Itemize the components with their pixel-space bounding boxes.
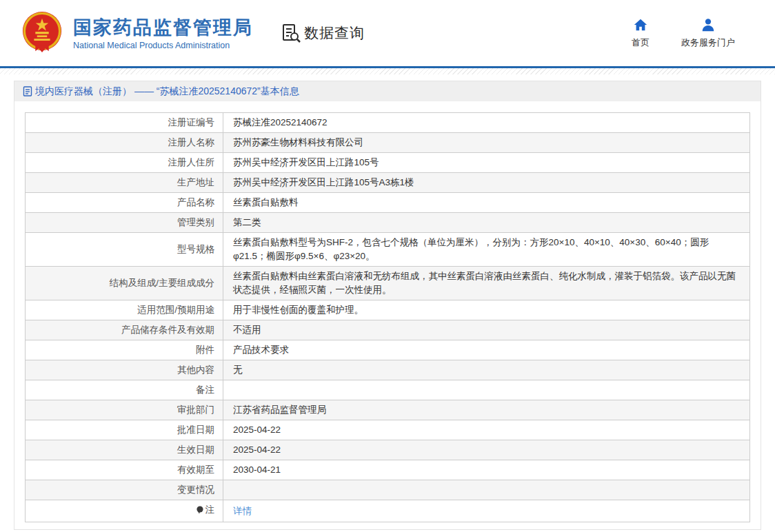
user-icon bbox=[701, 17, 716, 32]
document-icon bbox=[23, 86, 32, 96]
registration-info-table: 注册证编号 苏械注准20252140672 注册人名称 苏州苏豪生物材料科技有限… bbox=[25, 112, 750, 522]
org-name-en: National Medical Products Administration bbox=[73, 41, 253, 50]
bulb-icon bbox=[196, 505, 204, 515]
field-label: 注 bbox=[26, 500, 223, 522]
org-name-cn: 国家药品监督管理局 bbox=[73, 17, 253, 39]
data-query-link[interactable]: 数据查询 bbox=[281, 23, 365, 43]
nav-item-portal[interactable]: 政务服务门户 bbox=[681, 17, 735, 49]
site-header: 国家药品监督管理局 National Medical Products Admi… bbox=[0, 0, 775, 66]
table-row: 产品储存条件及有效期 不适用 bbox=[26, 320, 750, 340]
table-row: 有效期至 2030-04-21 bbox=[26, 460, 750, 480]
field-value: 丝素蛋白贴敷料由丝素蛋白溶液和无纺布组成，其中丝素蛋白溶液由丝素蛋白、纯化水制成… bbox=[223, 267, 750, 300]
table-row: 注册人名称 苏州苏豪生物材料科技有限公司 bbox=[26, 133, 750, 153]
field-label: 产品储存条件及有效期 bbox=[26, 320, 223, 340]
content-container: 境内医疗器械（注册） —— “苏械注准20252140672”基本信息 注册证编… bbox=[14, 81, 761, 530]
hatch-texture-strip bbox=[0, 68, 775, 74]
field-label: 生效日期 bbox=[26, 440, 223, 460]
field-value: 苏州吴中经济开发区田上江路105号 bbox=[223, 153, 750, 173]
field-label: 批准日期 bbox=[26, 420, 223, 440]
field-value: 苏州吴中经济开发区田上江路105号A3栋1楼 bbox=[223, 173, 750, 193]
field-value: 详情 bbox=[223, 500, 750, 522]
table-row: 生效日期 2025-04-22 bbox=[26, 440, 750, 460]
org-titles: 国家药品监督管理局 National Medical Products Admi… bbox=[73, 17, 253, 50]
field-label: 审批部门 bbox=[26, 400, 223, 420]
field-label: 附件 bbox=[26, 340, 223, 360]
table-row: 其他内容 无 bbox=[26, 360, 750, 380]
nav-item-label: 政务服务门户 bbox=[681, 37, 735, 49]
field-value: 用于非慢性创面的覆盖和护理。 bbox=[223, 300, 750, 320]
field-label: 注册人名称 bbox=[26, 133, 223, 153]
document-search-icon bbox=[281, 23, 301, 43]
table-row: 注册证编号 苏械注准20252140672 bbox=[26, 113, 750, 133]
field-label: 有效期至 bbox=[26, 460, 223, 480]
data-query-label: 数据查询 bbox=[304, 23, 365, 43]
table-row: 变更情况 bbox=[26, 480, 750, 500]
field-value: 苏械注准20252140672 bbox=[223, 113, 750, 133]
table-row: 附件 产品技术要求 bbox=[26, 340, 750, 360]
field-value: 丝素蛋白贴敷料 bbox=[223, 193, 750, 213]
field-label: 备注 bbox=[26, 380, 223, 400]
field-label: 结构及组成/主要组成成分 bbox=[26, 267, 223, 300]
breadcrumb: 境内医疗器械（注册） —— “苏械注准20252140672”基本信息 bbox=[14, 81, 761, 101]
note-label-text: 注 bbox=[205, 503, 215, 517]
field-label: 产品名称 bbox=[26, 193, 223, 213]
table-row: 管理类别 第二类 bbox=[26, 213, 750, 233]
field-label: 注册人住所 bbox=[26, 153, 223, 173]
table-row: 备注 bbox=[26, 380, 750, 400]
table-row: 适用范围/预期用途 用于非慢性创面的覆盖和护理。 bbox=[26, 300, 750, 320]
field-value: 2025-04-22 bbox=[223, 440, 750, 460]
table-row: 型号规格 丝素蛋白贴敷料型号为SHF-2，包含七个规格（单位为厘米），分别为：方… bbox=[26, 233, 750, 267]
field-value: 江苏省药品监督管理局 bbox=[223, 400, 750, 420]
page-title: 境内医疗器械（注册） —— “苏械注准20252140672”基本信息 bbox=[35, 85, 299, 98]
national-emblem-icon bbox=[21, 11, 63, 55]
table-row: 审批部门 江苏省药品监督管理局 bbox=[26, 400, 750, 420]
nav-item-label: 首页 bbox=[632, 37, 650, 49]
table-row: 生产地址 苏州吴中经济开发区田上江路105号A3栋1楼 bbox=[26, 173, 750, 193]
detail-link[interactable]: 详情 bbox=[233, 506, 252, 516]
field-value: 苏州苏豪生物材料科技有限公司 bbox=[223, 133, 750, 153]
field-value: 不适用 bbox=[223, 320, 750, 340]
field-label: 其他内容 bbox=[26, 360, 223, 380]
field-label: 变更情况 bbox=[26, 480, 223, 500]
field-value: 无 bbox=[223, 360, 750, 380]
site-logo[interactable]: 国家药品监督管理局 National Medical Products Admi… bbox=[21, 11, 253, 55]
field-label: 适用范围/预期用途 bbox=[26, 300, 223, 320]
field-value: 2025-04-22 bbox=[223, 420, 750, 440]
field-label: 型号规格 bbox=[26, 233, 223, 267]
field-label: 管理类别 bbox=[26, 213, 223, 233]
field-value: 丝素蛋白贴敷料型号为SHF-2，包含七个规格（单位为厘米），分别为：方形20×1… bbox=[223, 233, 750, 267]
field-value bbox=[223, 380, 750, 400]
table-row: 产品名称 丝素蛋白贴敷料 bbox=[26, 193, 750, 213]
table-row: 批准日期 2025-04-22 bbox=[26, 420, 750, 440]
home-icon bbox=[633, 17, 648, 32]
table-row-note: 注 详情 bbox=[26, 500, 750, 522]
nav-item-home[interactable]: 首页 bbox=[632, 17, 650, 49]
header-nav: 首页 政务服务门户 bbox=[632, 17, 735, 49]
field-label: 生产地址 bbox=[26, 173, 223, 193]
table-row: 结构及组成/主要组成成分 丝素蛋白贴敷料由丝素蛋白溶液和无纺布组成，其中丝素蛋白… bbox=[26, 267, 750, 300]
field-value: 产品技术要求 bbox=[223, 340, 750, 360]
field-label: 注册证编号 bbox=[26, 113, 223, 133]
field-value: 第二类 bbox=[223, 213, 750, 233]
field-value: 2030-04-21 bbox=[223, 460, 750, 480]
table-row: 注册人住所 苏州吴中经济开发区田上江路105号 bbox=[26, 153, 750, 173]
field-value bbox=[223, 480, 750, 500]
